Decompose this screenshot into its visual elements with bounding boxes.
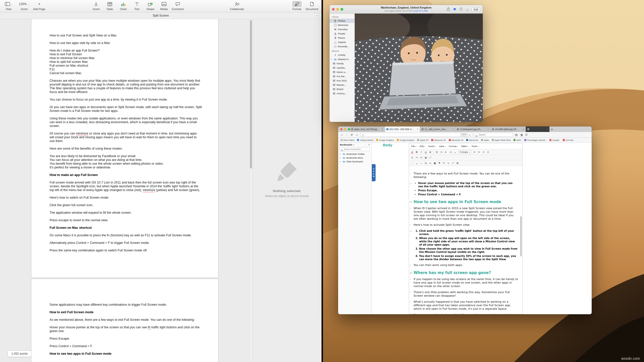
tab-close-icon[interactable]: [488, 128, 489, 130]
sidebar-item[interactable]: Photos: [330, 19, 354, 23]
sidebar-album-item[interactable]: Bristol: [330, 87, 354, 91]
bookmark-item[interactable]: % Percentage Calculat...: [524, 139, 547, 141]
sidebar-item[interactable]: Recently...: [330, 44, 354, 49]
bullet-list-button[interactable]: [435, 150, 439, 154]
minimize-button[interactable]: [344, 128, 346, 130]
paste-as-text-button[interactable]: [424, 155, 428, 160]
document-page-1[interactable]: How to use Full Screen and Split View on…: [31, 19, 218, 278]
source-code-button[interactable]: [419, 155, 423, 160]
sidebar-album-item[interactable]: Karen a...: [330, 70, 354, 74]
edit-button[interactable]: Edit: [472, 8, 480, 12]
expander-icon[interactable]: [340, 161, 342, 163]
bookmark-item[interactable]: G Google+: [549, 139, 560, 141]
editor-block-p[interactable]: PSpaces are another feature of the Mac o…: [414, 313, 518, 314]
add-tab-button[interactable]: [315, 13, 319, 18]
editor-list-item[interactable]: Click and hold the green 'traffic light'…: [419, 229, 518, 236]
expander-icon[interactable]: [331, 58, 333, 60]
site-info-icon[interactable]: [362, 132, 364, 137]
scrollbar-thumb[interactable]: [250, 20, 252, 168]
editor-menu[interactable]: Table: [461, 145, 468, 148]
tab-close-icon[interactable]: [382, 128, 383, 130]
bookmark-item[interactable]: Getting Started: [357, 139, 373, 141]
browser-tab[interactable]: IDG CMS - Edit Slide 0...: [385, 126, 420, 132]
editor-menu[interactable]: Tools: [471, 145, 478, 148]
menu-icon[interactable]: [525, 133, 528, 136]
sidebar-album-item[interactable]: For Kar...: [330, 74, 354, 78]
photo-view[interactable]: [355, 14, 483, 122]
reload-button[interactable]: [350, 133, 353, 136]
align-center-button[interactable]: [477, 150, 481, 154]
close-button[interactable]: [332, 8, 335, 11]
browser-tab[interactable]: [526, 126, 550, 132]
media-button[interactable]: Media: [156, 1, 172, 11]
add-page-button[interactable]: Add Page: [32, 1, 47, 11]
bookmark-item[interactable]: Apple Retail Store: [492, 139, 511, 141]
document-page-2[interactable]: Some applications may have different key…: [31, 279, 218, 362]
blockquote-button[interactable]: [453, 150, 457, 154]
chevron-down-icon[interactable]: [353, 144, 354, 146]
zoom-level-badge[interactable]: 130%: [460, 133, 467, 136]
browser-tab[interactable]: 10-traffic-lights.jpg (JP...: [491, 126, 526, 132]
bookmark-item[interactable]: M Macworld US: [449, 139, 464, 141]
editor-block-p[interactable]: PThere are a few ways to exit Full Scree…: [414, 172, 518, 179]
horizontal-rule-button[interactable]: [419, 161, 423, 165]
align-right-button[interactable]: [481, 150, 486, 154]
close-button[interactable]: [340, 128, 342, 130]
sidebar-item[interactable]: Shared Al...: [330, 57, 354, 61]
editor-menu[interactable]: File: [411, 145, 416, 148]
url-input[interactable]: [365, 133, 459, 136]
bookmark-item[interactable]: ▦ Most Visited: [341, 139, 354, 141]
special-character-button[interactable]: [424, 161, 428, 165]
tab-close-icon[interactable]: [452, 128, 454, 130]
editor-block-p[interactable]: PHere's how to activate Split Screen vie…: [414, 223, 518, 227]
editor-block-p[interactable]: PWhen El Capitan arrived in 2015 a new S…: [414, 207, 518, 221]
text-button[interactable]: Text: [129, 1, 144, 11]
quote-button[interactable]: [415, 161, 419, 165]
address-bar[interactable]: 130%: [360, 133, 472, 137]
editor-list-item[interactable]: When you do so the app will open on the …: [419, 237, 518, 246]
sidebar-item[interactable]: Activity: [330, 53, 354, 57]
underline-button[interactable]: [424, 150, 428, 154]
forward-button[interactable]: [345, 133, 348, 137]
share-icon[interactable]: [447, 7, 450, 12]
bookmark-item[interactable]: Apple: [481, 139, 489, 141]
document-canvas[interactable]: How to use Full Screen and Split View on…: [0, 19, 252, 362]
editor-menu[interactable]: Format: [449, 145, 458, 148]
bookmark-item[interactable]: ▶ YouTube: [563, 139, 573, 141]
bookmarks-tree-item[interactable]: Other Bookmarks: [338, 160, 372, 163]
sidebar-album-item[interactable]: Kos 2013: [330, 78, 354, 83]
strikethrough-button[interactable]: [428, 150, 432, 154]
bookmark-item[interactable]: Apple PR: [417, 139, 428, 141]
superscript-button[interactable]: [451, 161, 455, 165]
sidebar-item[interactable]: Memories: [330, 23, 354, 27]
sidebar-album-item[interactable]: Ayesha...: [330, 66, 354, 70]
collaborate-button[interactable]: Collaborate: [229, 1, 245, 11]
document-button[interactable]: Document: [304, 1, 319, 11]
browser-tab[interactable]: apple_imac_201700.jpg...: [350, 126, 385, 132]
editor-list-item[interactable]: Hover your mouse pointer at the top of t…: [418, 182, 518, 188]
back-button[interactable]: [340, 133, 343, 137]
editor-content[interactable]: PThere are a few ways to exit Full Scree…: [409, 170, 522, 314]
info-icon[interactable]: [466, 7, 468, 12]
bookmark-item[interactable]: Google Analytics: [397, 139, 415, 141]
formats-dropdown[interactable]: Formats: [458, 150, 471, 154]
search-input[interactable]: [479, 133, 511, 136]
sidebar-album-item[interactable]: Annecy...: [330, 91, 354, 96]
paragraph-marks-button[interactable]: [410, 155, 414, 160]
editor-list-item[interactable]: Now choose the other app you wish to vie…: [419, 247, 518, 254]
open-drawer-tab[interactable]: OPEN: [372, 164, 376, 181]
editor-list-item[interactable]: Press Escape.: [418, 189, 518, 192]
tab-close-icon[interactable]: [417, 128, 418, 130]
sidebar-item[interactable]: Imports: [330, 40, 354, 44]
format-button[interactable]: Format: [289, 1, 304, 11]
indent-button[interactable]: [448, 150, 453, 154]
editor-menu[interactable]: Edit: [420, 145, 425, 148]
view-button[interactable]: View: [1, 1, 16, 11]
sidebar-toggle-icon[interactable]: [520, 133, 523, 136]
bookmarks-search[interactable]: [340, 147, 370, 151]
bookmarks-search-input[interactable]: [344, 148, 369, 150]
sidebar-item[interactable]: People: [330, 31, 354, 36]
favorite-icon[interactable]: [453, 7, 456, 12]
bold-button[interactable]: [415, 150, 419, 154]
find-replace-button[interactable]: [442, 161, 446, 165]
